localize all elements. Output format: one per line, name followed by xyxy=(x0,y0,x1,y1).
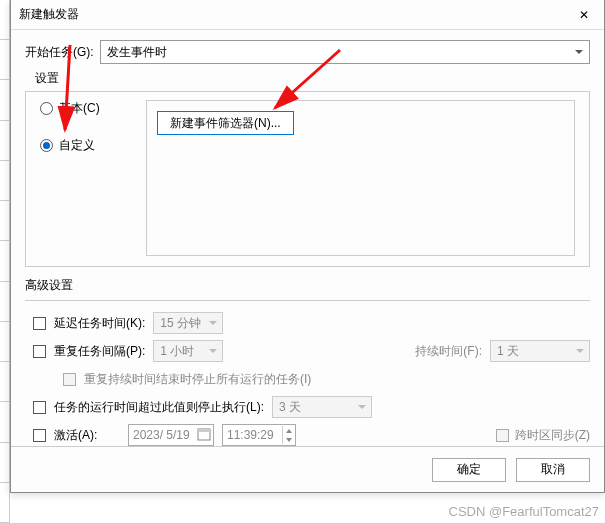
close-icon: ✕ xyxy=(579,8,589,22)
duration-select[interactable]: 1 天 xyxy=(490,340,590,362)
ok-button[interactable]: 确定 xyxy=(432,458,506,482)
radio-custom-row[interactable]: 自定义 xyxy=(40,137,100,154)
sync-activate-label: 跨时区同步(Z) xyxy=(515,427,590,444)
close-button[interactable]: ✕ xyxy=(564,0,604,30)
timeout-select[interactable]: 3 天 xyxy=(272,396,372,418)
radio-basic[interactable] xyxy=(40,102,53,115)
stop-after-checkbox xyxy=(63,373,76,386)
svg-marker-3 xyxy=(286,438,292,442)
timeout-label: 任务的运行时间超过此值则停止执行(L): xyxy=(54,399,264,416)
activate-date-value: 2023/ 5/19 xyxy=(133,428,190,442)
stop-after-label: 重复持续时间结束时停止所有运行的任务(I) xyxy=(84,371,311,388)
delay-checkbox[interactable] xyxy=(33,317,46,330)
radio-basic-row[interactable]: 基本(C) xyxy=(40,100,100,117)
calendar-icon xyxy=(197,427,211,441)
cancel-label: 取消 xyxy=(541,461,565,478)
start-task-combo[interactable]: 发生事件时 xyxy=(100,40,590,64)
svg-marker-2 xyxy=(286,429,292,433)
repeat-label: 重复任务间隔(P): xyxy=(54,343,145,360)
repeat-checkbox[interactable] xyxy=(33,345,46,358)
custom-panel: 新建事件筛选器(N)... xyxy=(146,100,575,256)
activate-time-value: 11:39:29 xyxy=(227,428,274,442)
svg-rect-1 xyxy=(198,429,210,432)
sync-activate-checkbox xyxy=(496,429,509,442)
repeat-value: 1 小时 xyxy=(160,343,194,360)
settings-group: 基本(C) 自定义 新建事件筛选器(N)... xyxy=(25,91,590,267)
dialog-new-trigger: 新建触发器 ✕ 开始任务(G): 发生事件时 设置 基本(C) xyxy=(10,0,605,493)
radio-custom[interactable] xyxy=(40,139,53,152)
dialog-footer: 确定 取消 xyxy=(11,446,604,492)
new-event-filter-button[interactable]: 新建事件筛选器(N)... xyxy=(157,111,294,135)
activate-date[interactable]: 2023/ 5/19 xyxy=(128,424,214,446)
start-task-label: 开始任务(G): xyxy=(25,44,94,61)
timeout-checkbox[interactable] xyxy=(33,401,46,414)
watermark: CSDN @FearfulTomcat27 xyxy=(449,504,599,519)
advanced-label: 高级设置 xyxy=(25,277,590,294)
duration-value: 1 天 xyxy=(497,343,519,360)
activate-label: 激活(A): xyxy=(54,427,120,444)
radio-custom-label: 自定义 xyxy=(59,137,95,154)
start-task-value: 发生事件时 xyxy=(107,44,167,61)
advanced-group: 延迟任务时间(K): 15 分钟 重复任务间隔(P): 1 小时 持续时间(F)… xyxy=(25,300,590,446)
spinner-icon[interactable] xyxy=(282,426,294,444)
ok-label: 确定 xyxy=(457,461,481,478)
dialog-title: 新建触发器 xyxy=(19,6,564,23)
duration-label: 持续时间(F): xyxy=(415,343,482,360)
activate-checkbox[interactable] xyxy=(33,429,46,442)
settings-label: 设置 xyxy=(35,70,590,87)
repeat-select[interactable]: 1 小时 xyxy=(153,340,223,362)
delay-label: 延迟任务时间(K): xyxy=(54,315,145,332)
activate-time[interactable]: 11:39:29 xyxy=(222,424,296,446)
delay-value: 15 分钟 xyxy=(160,315,201,332)
new-event-filter-label: 新建事件筛选器(N)... xyxy=(170,115,281,132)
title-bar: 新建触发器 ✕ xyxy=(11,0,604,30)
delay-select[interactable]: 15 分钟 xyxy=(153,312,223,334)
timeout-value: 3 天 xyxy=(279,399,301,416)
radio-basic-label: 基本(C) xyxy=(59,100,100,117)
cancel-button[interactable]: 取消 xyxy=(516,458,590,482)
